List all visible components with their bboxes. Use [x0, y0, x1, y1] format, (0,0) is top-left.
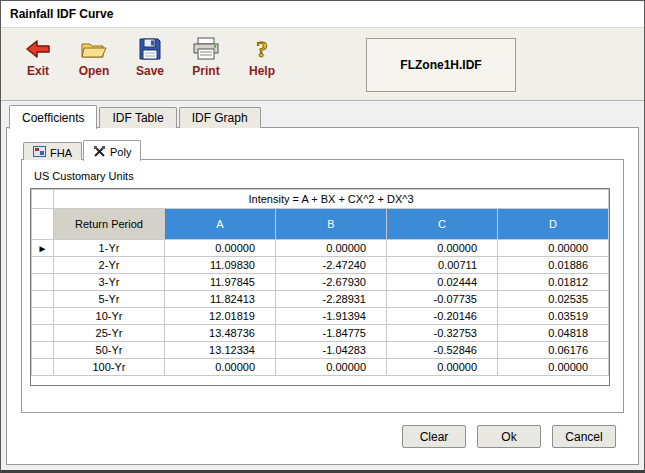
- coeff-a-cell[interactable]: 12.01819: [165, 308, 276, 325]
- cancel-button[interactable]: Cancel: [552, 425, 616, 448]
- coeff-c-cell[interactable]: 0.02444: [387, 274, 498, 291]
- coefficients-grid: Intensity = A + BX + CX^2 + DX^3 Return …: [30, 188, 610, 386]
- row-selector-icon: ►: [38, 243, 48, 254]
- units-label: US Customary Units: [34, 170, 134, 182]
- coefficients-tab-panel: FHA Poly US Customary Units Intensity = …: [6, 127, 639, 465]
- coeff-a-cell[interactable]: 0.00000: [165, 240, 276, 257]
- coeff-b-cell[interactable]: -2.28931: [276, 291, 387, 308]
- coeff-c-cell[interactable]: -0.32753: [387, 325, 498, 342]
- printer-icon: [191, 35, 221, 63]
- coeff-c-cell[interactable]: 0.00000: [387, 359, 498, 376]
- table-row: 2-Yr 11.09830 -2.47240 0.00711 0.01886: [32, 257, 609, 274]
- column-header-b: B: [276, 209, 387, 240]
- column-header-d: D: [498, 209, 609, 240]
- row-selector-cell[interactable]: ►: [32, 240, 54, 257]
- tab-idf-graph-label: IDF Graph: [192, 111, 248, 125]
- period-cell[interactable]: 3-Yr: [54, 274, 165, 291]
- exit-icon: [23, 35, 53, 63]
- coeff-c-cell[interactable]: -0.07735: [387, 291, 498, 308]
- coeff-a-cell[interactable]: 13.48736: [165, 325, 276, 342]
- period-cell[interactable]: 2-Yr: [54, 257, 165, 274]
- subtab-strip: FHA Poly: [23, 139, 142, 160]
- coeff-b-cell[interactable]: -1.84775: [276, 325, 387, 342]
- period-cell[interactable]: 10-Yr: [54, 308, 165, 325]
- coeff-b-cell[interactable]: 0.00000: [276, 240, 387, 257]
- row-selector-cell[interactable]: [32, 291, 54, 308]
- filename-box: FLZone1H.IDF: [366, 38, 516, 92]
- coeff-d-cell[interactable]: 0.00000: [498, 359, 609, 376]
- filename-text: FLZone1H.IDF: [400, 58, 481, 72]
- formula-header: Intensity = A + BX + CX^2 + DX^3: [54, 190, 609, 209]
- row-selector-cell[interactable]: [32, 274, 54, 291]
- ok-button[interactable]: Ok: [477, 425, 541, 448]
- title-bar: Rainfall IDF Curve: [1, 1, 644, 28]
- coeff-b-cell[interactable]: -2.47240: [276, 257, 387, 274]
- open-button-label: Open: [79, 64, 110, 78]
- poly-tools-icon: [93, 146, 106, 159]
- rainfall-idf-dialog: Rainfall IDF Curve Exit Open Save Print: [0, 0, 645, 473]
- coeff-c-cell[interactable]: -0.20146: [387, 308, 498, 325]
- row-selector-cell[interactable]: [32, 359, 54, 376]
- coeff-b-cell[interactable]: -2.67930: [276, 274, 387, 291]
- coefficients-table: Intensity = A + BX + CX^2 + DX^3 Return …: [31, 189, 609, 376]
- save-button-label: Save: [136, 64, 164, 78]
- tab-idf-table[interactable]: IDF Table: [99, 107, 176, 128]
- coeff-a-cell[interactable]: 0.00000: [165, 359, 276, 376]
- poly-panel: US Customary Units Intensity = A + BX + …: [21, 159, 624, 413]
- coeff-a-cell[interactable]: 11.09830: [165, 257, 276, 274]
- save-floppy-icon: [135, 35, 165, 63]
- window-title: Rainfall IDF Curve: [10, 7, 113, 21]
- period-cell[interactable]: 1-Yr: [54, 240, 165, 257]
- coeff-a-cell[interactable]: 11.97845: [165, 274, 276, 291]
- formula-row: Intensity = A + BX + CX^2 + DX^3: [32, 190, 609, 209]
- subtab-fha[interactable]: FHA: [23, 142, 82, 160]
- period-cell[interactable]: 50-Yr: [54, 342, 165, 359]
- subtab-poly[interactable]: Poly: [83, 140, 141, 161]
- subtab-poly-label: Poly: [110, 146, 131, 158]
- open-button[interactable]: Open: [69, 35, 119, 78]
- save-button[interactable]: Save: [125, 35, 175, 78]
- gutter-cell: [32, 209, 54, 240]
- coeff-d-cell[interactable]: 0.03519: [498, 308, 609, 325]
- coeff-d-cell[interactable]: 0.06176: [498, 342, 609, 359]
- table-row: 100-Yr 0.00000 0.00000 0.00000 0.00000: [32, 359, 609, 376]
- period-cell[interactable]: 100-Yr: [54, 359, 165, 376]
- period-cell[interactable]: 25-Yr: [54, 325, 165, 342]
- coeff-c-cell[interactable]: 0.00711: [387, 257, 498, 274]
- print-button-label: Print: [192, 64, 219, 78]
- help-question-icon: ?: [247, 35, 277, 63]
- footer-buttons: Clear Ok Cancel: [402, 425, 616, 448]
- period-cell[interactable]: 5-Yr: [54, 291, 165, 308]
- column-header-a: A: [165, 209, 276, 240]
- print-button[interactable]: Print: [181, 35, 231, 78]
- table-row: 10-Yr 12.01819 -1.91394 -0.20146 0.03519: [32, 308, 609, 325]
- coeff-a-cell[interactable]: 11.82413: [165, 291, 276, 308]
- tab-coefficients-label: Coefficients: [22, 111, 84, 125]
- table-row: 5-Yr 11.82413 -2.28931 -0.07735 0.02535: [32, 291, 609, 308]
- coeff-d-cell[interactable]: 0.01886: [498, 257, 609, 274]
- coeff-c-cell[interactable]: 0.00000: [387, 240, 498, 257]
- row-selector-cell[interactable]: [32, 308, 54, 325]
- coeff-b-cell[interactable]: -1.91394: [276, 308, 387, 325]
- table-row: 50-Yr 13.12334 -1.04283 -0.52846 0.06176: [32, 342, 609, 359]
- column-header-c: C: [387, 209, 498, 240]
- coeff-d-cell[interactable]: 0.01812: [498, 274, 609, 291]
- row-selector-cell[interactable]: [32, 325, 54, 342]
- exit-button[interactable]: Exit: [13, 35, 63, 78]
- coeff-b-cell[interactable]: -1.04283: [276, 342, 387, 359]
- coeff-c-cell[interactable]: -0.52846: [387, 342, 498, 359]
- coeff-b-cell[interactable]: 0.00000: [276, 359, 387, 376]
- tab-coefficients[interactable]: Coefficients: [9, 105, 97, 129]
- toolbar: Exit Open Save Print ? Help F: [1, 28, 644, 101]
- row-selector-cell[interactable]: [32, 342, 54, 359]
- row-selector-cell[interactable]: [32, 257, 54, 274]
- tab-idf-graph[interactable]: IDF Graph: [179, 107, 261, 128]
- fha-icon: [33, 146, 46, 159]
- coeff-d-cell[interactable]: 0.04818: [498, 325, 609, 342]
- help-button[interactable]: ? Help: [237, 35, 287, 78]
- coeff-d-cell[interactable]: 0.02535: [498, 291, 609, 308]
- table-row: 25-Yr 13.48736 -1.84775 -0.32753 0.04818: [32, 325, 609, 342]
- coeff-d-cell[interactable]: 0.00000: [498, 240, 609, 257]
- coeff-a-cell[interactable]: 13.12334: [165, 342, 276, 359]
- clear-button[interactable]: Clear: [402, 425, 466, 448]
